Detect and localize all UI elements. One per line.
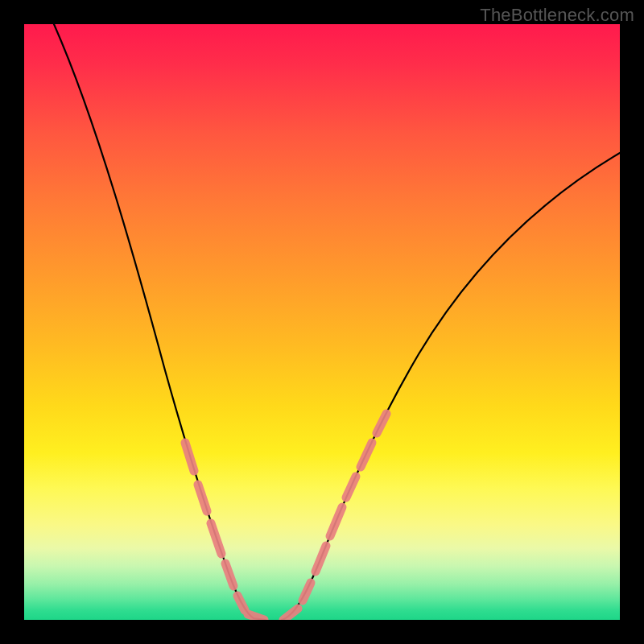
highlight-left [185,443,264,620]
left-curve [54,24,266,620]
highlight-right [283,414,386,620]
chart-frame: TheBottleneck.com [0,0,644,644]
right-curve [282,153,620,620]
watermark-text: TheBottleneck.com [480,5,634,26]
plot-area [24,24,620,620]
curve-layer [24,24,620,620]
